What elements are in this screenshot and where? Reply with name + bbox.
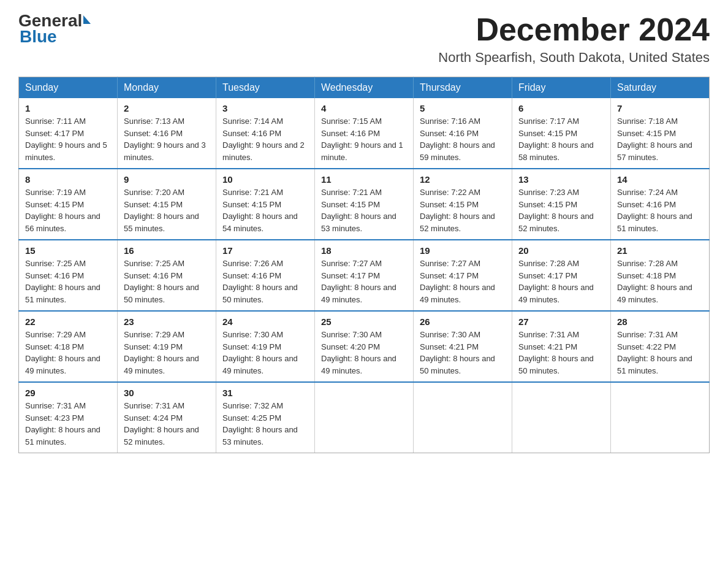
- page-header: General Blue December 2024 North Spearfi…: [18, 12, 710, 66]
- day-info: Sunrise: 7:18 AMSunset: 4:15 PMDaylight:…: [617, 115, 703, 163]
- day-number: 4: [321, 103, 407, 113]
- calendar-cell: 21 Sunrise: 7:28 AMSunset: 4:18 PMDaylig…: [611, 240, 710, 311]
- day-info: Sunrise: 7:31 AMSunset: 4:22 PMDaylight:…: [617, 329, 703, 377]
- day-number: 3: [222, 103, 308, 113]
- calendar-cell: 22 Sunrise: 7:29 AMSunset: 4:18 PMDaylig…: [19, 311, 118, 382]
- calendar-cell: 16 Sunrise: 7:25 AMSunset: 4:16 PMDaylig…: [118, 240, 216, 311]
- calendar-cell: 8 Sunrise: 7:19 AMSunset: 4:15 PMDayligh…: [19, 169, 118, 240]
- calendar-cell: 24 Sunrise: 7:30 AMSunset: 4:19 PMDaylig…: [216, 311, 315, 382]
- day-info: Sunrise: 7:14 AMSunset: 4:16 PMDaylight:…: [222, 115, 308, 163]
- calendar-week-row: 1 Sunrise: 7:11 AMSunset: 4:17 PMDayligh…: [19, 98, 710, 169]
- day-number: 30: [124, 388, 210, 398]
- calendar-cell: 28 Sunrise: 7:31 AMSunset: 4:22 PMDaylig…: [611, 311, 710, 382]
- day-info: Sunrise: 7:20 AMSunset: 4:15 PMDaylight:…: [124, 186, 210, 234]
- day-number: 25: [321, 316, 407, 327]
- calendar-cell: 5 Sunrise: 7:16 AMSunset: 4:16 PMDayligh…: [414, 98, 512, 169]
- day-info: Sunrise: 7:27 AMSunset: 4:17 PMDaylight:…: [420, 258, 506, 305]
- day-number: 24: [222, 316, 308, 327]
- day-info: Sunrise: 7:29 AMSunset: 4:19 PMDaylight:…: [124, 329, 210, 377]
- day-info: Sunrise: 7:26 AMSunset: 4:16 PMDaylight:…: [222, 258, 308, 305]
- day-number: 21: [617, 245, 703, 256]
- day-info: Sunrise: 7:31 AMSunset: 4:23 PMDaylight:…: [25, 400, 111, 448]
- calendar-cell: 9 Sunrise: 7:20 AMSunset: 4:15 PMDayligh…: [118, 169, 216, 240]
- calendar-cell: 20 Sunrise: 7:28 AMSunset: 4:17 PMDaylig…: [512, 240, 611, 311]
- calendar-cell: 18 Sunrise: 7:27 AMSunset: 4:17 PMDaylig…: [315, 240, 414, 311]
- month-title: December 2024: [438, 12, 710, 47]
- weekday-header-row: SundayMondayTuesdayWednesdayThursdayFrid…: [19, 77, 710, 99]
- day-info: Sunrise: 7:27 AMSunset: 4:17 PMDaylight:…: [321, 258, 407, 305]
- day-info: Sunrise: 7:21 AMSunset: 4:15 PMDaylight:…: [222, 186, 308, 234]
- day-number: 31: [222, 388, 308, 398]
- day-number: 8: [25, 174, 111, 185]
- day-info: Sunrise: 7:19 AMSunset: 4:15 PMDaylight:…: [25, 186, 111, 234]
- calendar-week-row: 22 Sunrise: 7:29 AMSunset: 4:18 PMDaylig…: [19, 311, 710, 382]
- calendar-cell: 6 Sunrise: 7:17 AMSunset: 4:15 PMDayligh…: [512, 98, 611, 169]
- day-info: Sunrise: 7:13 AMSunset: 4:16 PMDaylight:…: [124, 115, 210, 163]
- calendar-cell: 12 Sunrise: 7:22 AMSunset: 4:15 PMDaylig…: [414, 169, 512, 240]
- calendar-cell: 17 Sunrise: 7:26 AMSunset: 4:16 PMDaylig…: [216, 240, 315, 311]
- day-number: 19: [420, 245, 506, 256]
- day-info: Sunrise: 7:24 AMSunset: 4:16 PMDaylight:…: [617, 186, 703, 234]
- day-number: 14: [617, 174, 703, 185]
- calendar-cell: 25 Sunrise: 7:30 AMSunset: 4:20 PMDaylig…: [315, 311, 414, 382]
- day-info: Sunrise: 7:30 AMSunset: 4:20 PMDaylight:…: [321, 329, 407, 377]
- logo-triangle-icon: [83, 15, 91, 24]
- calendar-table: SundayMondayTuesdayWednesdayThursdayFrid…: [18, 77, 710, 453]
- day-number: 16: [124, 245, 210, 256]
- weekday-header-sunday: Sunday: [19, 77, 118, 99]
- day-number: 20: [518, 245, 604, 256]
- day-info: Sunrise: 7:11 AMSunset: 4:17 PMDaylight:…: [25, 115, 111, 163]
- calendar-cell: 10 Sunrise: 7:21 AMSunset: 4:15 PMDaylig…: [216, 169, 315, 240]
- calendar-cell: 19 Sunrise: 7:27 AMSunset: 4:17 PMDaylig…: [414, 240, 512, 311]
- day-number: 29: [25, 388, 111, 398]
- day-number: 7: [617, 103, 703, 113]
- calendar-cell: 29 Sunrise: 7:31 AMSunset: 4:23 PMDaylig…: [19, 382, 118, 453]
- day-number: 2: [124, 103, 210, 113]
- day-number: 17: [222, 245, 308, 256]
- calendar-cell: 30 Sunrise: 7:31 AMSunset: 4:24 PMDaylig…: [118, 382, 216, 453]
- day-info: Sunrise: 7:30 AMSunset: 4:19 PMDaylight:…: [222, 329, 308, 377]
- calendar-week-row: 15 Sunrise: 7:25 AMSunset: 4:16 PMDaylig…: [19, 240, 710, 311]
- title-area: December 2024 North Spearfish, South Dak…: [438, 12, 710, 66]
- day-info: Sunrise: 7:31 AMSunset: 4:21 PMDaylight:…: [518, 329, 604, 377]
- calendar-cell: 15 Sunrise: 7:25 AMSunset: 4:16 PMDaylig…: [19, 240, 118, 311]
- calendar-cell: 3 Sunrise: 7:14 AMSunset: 4:16 PMDayligh…: [216, 98, 315, 169]
- day-number: 23: [124, 316, 210, 327]
- day-number: 10: [222, 174, 308, 185]
- day-info: Sunrise: 7:22 AMSunset: 4:15 PMDaylight:…: [420, 186, 506, 234]
- calendar-week-row: 29 Sunrise: 7:31 AMSunset: 4:23 PMDaylig…: [19, 382, 710, 453]
- day-number: 28: [617, 316, 703, 327]
- weekday-header-friday: Friday: [512, 77, 611, 99]
- day-number: 11: [321, 174, 407, 185]
- day-info: Sunrise: 7:23 AMSunset: 4:15 PMDaylight:…: [518, 186, 604, 234]
- calendar-cell: 27 Sunrise: 7:31 AMSunset: 4:21 PMDaylig…: [512, 311, 611, 382]
- day-number: 5: [420, 103, 506, 113]
- calendar-cell: 31 Sunrise: 7:32 AMSunset: 4:25 PMDaylig…: [216, 382, 315, 453]
- day-number: 27: [518, 316, 604, 327]
- day-info: Sunrise: 7:21 AMSunset: 4:15 PMDaylight:…: [321, 186, 407, 234]
- calendar-cell: 23 Sunrise: 7:29 AMSunset: 4:19 PMDaylig…: [118, 311, 216, 382]
- calendar-cell: 26 Sunrise: 7:30 AMSunset: 4:21 PMDaylig…: [414, 311, 512, 382]
- weekday-header-thursday: Thursday: [414, 77, 512, 99]
- location-subtitle: North Spearfish, South Dakota, United St…: [438, 50, 710, 66]
- calendar-cell: 2 Sunrise: 7:13 AMSunset: 4:16 PMDayligh…: [118, 98, 216, 169]
- calendar-cell: 4 Sunrise: 7:15 AMSunset: 4:16 PMDayligh…: [315, 98, 414, 169]
- day-info: Sunrise: 7:16 AMSunset: 4:16 PMDaylight:…: [420, 115, 506, 163]
- calendar-cell: 1 Sunrise: 7:11 AMSunset: 4:17 PMDayligh…: [19, 98, 118, 169]
- day-number: 26: [420, 316, 506, 327]
- calendar-cell: [512, 382, 611, 453]
- day-number: 6: [518, 103, 604, 113]
- day-info: Sunrise: 7:28 AMSunset: 4:18 PMDaylight:…: [617, 258, 703, 305]
- day-number: 12: [420, 174, 506, 185]
- weekday-header-wednesday: Wednesday: [315, 77, 414, 99]
- calendar-cell: [611, 382, 710, 453]
- weekday-header-tuesday: Tuesday: [216, 77, 315, 99]
- day-info: Sunrise: 7:28 AMSunset: 4:17 PMDaylight:…: [518, 258, 604, 305]
- day-info: Sunrise: 7:25 AMSunset: 4:16 PMDaylight:…: [124, 258, 210, 305]
- day-info: Sunrise: 7:32 AMSunset: 4:25 PMDaylight:…: [222, 400, 308, 448]
- calendar-cell: 11 Sunrise: 7:21 AMSunset: 4:15 PMDaylig…: [315, 169, 414, 240]
- day-number: 22: [25, 316, 111, 327]
- day-number: 18: [321, 245, 407, 256]
- day-info: Sunrise: 7:25 AMSunset: 4:16 PMDaylight:…: [25, 258, 111, 305]
- day-info: Sunrise: 7:15 AMSunset: 4:16 PMDaylight:…: [321, 115, 407, 163]
